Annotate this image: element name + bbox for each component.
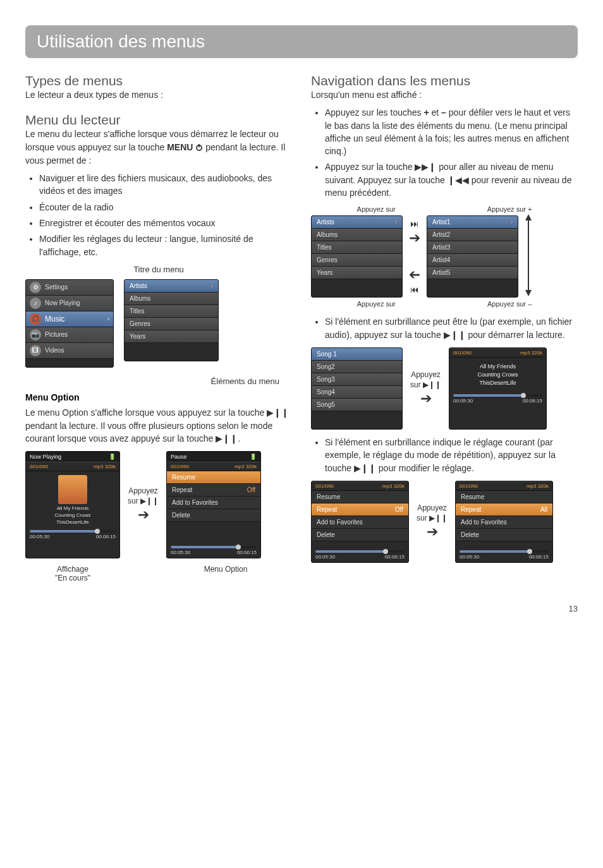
song-row: Song 1 [312,348,402,361]
menu-row: Artist1› [427,216,518,229]
chevron-right-icon: › [395,219,397,226]
option-delete: Delete [167,509,260,522]
list-item: Écouter de la radio [39,201,292,214]
para-types: Le lecteur a deux types de menus : [25,88,292,101]
songs-to-nowplaying-figure: Song 1 Song2 Song3 Song4 Song5 Appuyez s… [311,347,578,430]
list-item: Si l'élément en surbrillance peut être l… [325,315,578,341]
song-row: Song4 [312,386,402,399]
chevron-right-icon: › [253,474,255,481]
list-item: Modifier les réglages du lecteur : langu… [39,232,292,258]
label-press-plus: Appuyez sur + [487,205,532,213]
label-menu-items: Éléments du menu [25,377,292,386]
chevron-right-icon: › [211,282,213,289]
menu-row: Artist5 [427,267,518,279]
para-navigation: Lorsqu'un menu est affiché : [311,88,578,101]
screen-now-playing: Now Playing🔋 001/090mp3 320k All My Frie… [25,451,120,558]
left-column: Types de menus Le lecteur a deux types d… [25,69,292,582]
home-item-music: 🎧Music› [26,311,113,327]
menu-row: Years [125,330,218,343]
screen-home-menu: ⚙Settings ♪Now Playing 🎧Music› 📷Pictures… [25,279,114,368]
label-press-on: Appuyez sur [357,300,396,308]
right-column: Navigation dans les menus Lorsqu'un menu… [311,69,578,582]
two-column-layout: Types de menus Le lecteur a deux types d… [25,69,578,582]
press-playpause-label: Appuyez sur ▶❙❙ ➔ [417,503,448,540]
list-item: Appuyez sur la touche ▶▶❙ pour aller au … [325,160,578,199]
screen-artist-list: Artist1› Artist2 Artist3 Artist4 Artist5 [427,215,518,298]
screen-now-playing-compact: 001/090mp3 320k All My Friends Counting … [449,347,547,430]
progress-bar [171,546,257,548]
nav-center-icons: ⏭ ➔ ➔ ⏮ [409,219,420,294]
arrow-right-icon: ➔ [409,230,420,246]
page-title: Utilisation des menus [37,32,566,52]
heading-option-menu: Menu Option [25,391,292,404]
option-repeat: RepeatOff [167,484,260,497]
arrow-right-icon: ➔ [427,524,438,540]
page-number: 13 [25,604,578,613]
heading-navigation: Navigation dans les menus [311,73,578,88]
press-playpause-label: Appuyez sur ▶❙❙ ➔ [410,370,441,407]
screen-option-menu: Pause🔋 001/090mp3 320k Resume› RepeatOff… [166,451,261,558]
option-addfav: Add to Favorites [456,516,552,529]
press-playpause-label: Appuyez sur ▶❙❙ ➔ [128,486,159,523]
arrow-right-icon: ➔ [420,390,432,407]
battery-icon: 🔋 [250,454,257,460]
chevron-right-icon: › [511,219,513,226]
option-addfav: Add to Favorites [312,516,408,529]
menu-row: Years [312,267,402,279]
nav-levels-figure: Appuyez sur Appuyez sur + Artists› Album… [311,205,578,308]
next-track-icon: ⏭ [410,219,419,229]
menu-row: Artists› [312,216,402,229]
repeat-off-to-all-figure: 001/090mp3 320k Resume RepeatOff Add to … [311,481,578,563]
screen-artists-menu: Artists› Albums Titles Genres Years [124,279,219,361]
menu-row: Titles [312,241,402,254]
progress-bar [460,550,549,553]
screen-songs: Song 1 Song2 Song3 Song4 Song5 [311,347,403,430]
song-row: Song3 [312,373,402,386]
option-delete: Delete [312,529,408,541]
chevron-right-icon: › [107,315,109,322]
screen-option-repeat-off: 001/090mp3 320k Resume RepeatOff Add to … [311,481,409,563]
arrow-left-icon: ➔ [409,267,420,283]
battery-icon: 🔋 [109,454,116,460]
para-player-menu: Le menu du lecteur s'affiche lorsque vou… [25,128,292,167]
song-row: Song2 [312,361,402,373]
note-icon: ♪ [30,298,41,309]
screen-artists-left: Artists› Albums Titles Genres Years [311,215,403,298]
screen-option-repeat-all: 001/090mp3 320k Resume RepeatAll Add to … [455,481,553,563]
nav-bullets-3: Si l'élément en surbrillance indique le … [311,436,578,474]
nav-bullets: Appuyez sur les touches + et – pour défi… [311,106,578,199]
gear-icon: ⚙ [30,282,41,293]
home-item-pictures: 📷Pictures [26,327,113,343]
list-item: Enregistrer et écouter des mémentos voca… [39,217,292,229]
home-item-nowplaying: ♪Now Playing [26,296,113,311]
progress-bar [453,394,542,397]
menu-row: Albums [125,292,218,305]
caption-option-menu: Menu Option [178,565,273,582]
menu-row: Albums [312,229,402,241]
list-item: Naviguer et lire des fichiers musicaux, … [39,172,292,198]
home-item-videos: 🎞Videos [26,343,113,359]
label-press-minus: Appuyez sur – [487,300,532,308]
list-item: Appuyez sur les touches + et – pour défi… [325,106,578,157]
list-item: Si l'élément en surbrillance indique le … [325,436,578,474]
heading-types: Types de menus [25,73,292,88]
para-option-menu: Le menu Option s'affiche lorsque vous ap… [25,406,292,445]
camera-icon: 📷 [30,329,41,341]
svg-marker-4 [525,290,532,296]
menu-row: Genres [125,318,218,330]
option-delete: Delete [456,529,552,541]
option-addfav: Add to Favorites [167,497,260,509]
label-press-on: Appuyez sur [357,205,396,213]
player-menu-bullets: Naviguer et lire des fichiers musicaux, … [25,172,292,258]
heading-player-menu: Menu du lecteur [25,112,292,128]
page-title-bar: Utilisation des menus [25,25,578,58]
menu-row: Artist2 [427,229,518,241]
updown-arrow-icon [525,214,532,299]
home-artists-figure: ⚙Settings ♪Now Playing 🎧Music› 📷Pictures… [25,279,292,368]
prev-track-icon: ⏮ [410,284,419,294]
menu-row: Artist3 [427,241,518,254]
option-resume: Resume› [167,471,260,484]
progress-bar [315,550,405,553]
label-menu-title: Titre du menu [25,265,292,274]
option-repeat: RepeatOff [312,503,408,516]
